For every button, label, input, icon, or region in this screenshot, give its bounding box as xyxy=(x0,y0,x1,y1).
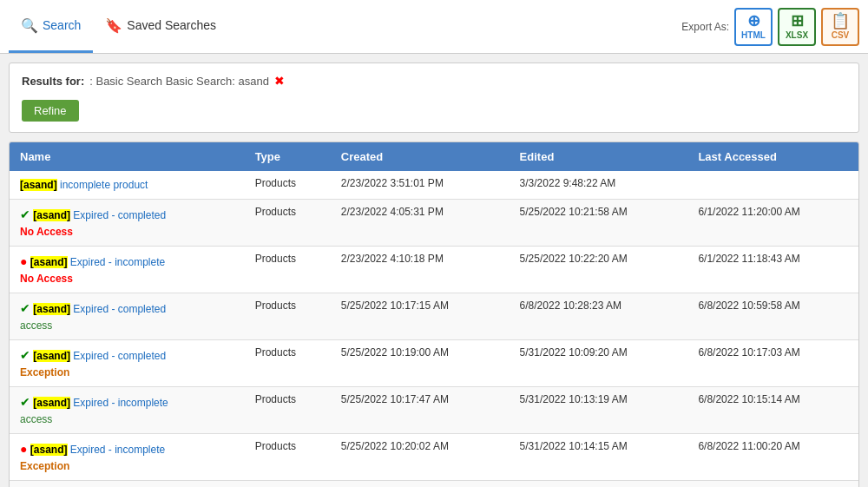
export-html-button[interactable]: ⊕ HTML xyxy=(734,8,773,46)
table-row: ✔ [asand] Expired - completedaccessProdu… xyxy=(10,293,858,340)
type-cell: Products xyxy=(245,387,331,434)
last-accessed-cell: 6/1/2022 11:20:00 AM xyxy=(687,200,858,247)
export-bar: Export As: ⊕ HTML ⊞ XLSX 📋 CSV xyxy=(681,0,859,53)
edited-cell: 5/31/2022 10:13:19 AM xyxy=(510,387,688,434)
main-content: Results for: : Basic Search Basic Search… xyxy=(9,63,859,133)
results-label: Results for: xyxy=(22,75,84,88)
sub-text: No Access xyxy=(20,226,73,238)
type-cell: Products xyxy=(245,200,331,247)
last-accessed-cell: 6/8/2022 10:17:03 AM xyxy=(687,340,858,387)
type-cell: Products xyxy=(245,293,331,340)
col-edited: Edited xyxy=(510,142,688,171)
name-link[interactable]: Expired - incomplete xyxy=(70,397,168,409)
xlsx-icon: ⊞ xyxy=(791,12,804,31)
results-filter-text: : Basic Search Basic Search: asand xyxy=(89,75,269,88)
results-section: Name Type Created Edited Last Accessed [… xyxy=(9,141,859,487)
name-cell: ✔ [asand] Expired - incompleteaccess xyxy=(10,387,245,434)
search-tab-icon: 🔍 xyxy=(21,17,38,34)
highlight-text: [asand] xyxy=(33,350,70,362)
status-icon: ✔ xyxy=(20,395,30,409)
type-cell: Products xyxy=(245,340,331,387)
name-cell: [asand] incomplete product xyxy=(10,171,245,200)
tab-saved-searches[interactable]: 🔖 Saved Searches xyxy=(93,0,228,53)
highlight-text: [asand] xyxy=(30,256,68,268)
edited-cell: 2/23/2022 3:51:46 PM xyxy=(510,481,688,488)
name-cell: ● [asand] incomplete asset xyxy=(10,481,245,488)
created-cell: 5/25/2022 10:19:00 AM xyxy=(331,340,510,387)
created-cell: 2/23/2022 3:51:34 PM xyxy=(331,481,510,488)
last-accessed-cell: 6/8/2022 10:59:58 AM xyxy=(687,293,858,340)
created-cell: 5/25/2022 10:17:15 AM xyxy=(331,293,510,340)
type-cell: Products xyxy=(245,247,331,293)
created-cell: 2/23/2022 3:51:01 PM xyxy=(331,171,510,200)
table-row: [asand] incomplete productProducts2/23/2… xyxy=(10,171,858,200)
last-accessed-cell xyxy=(687,481,858,488)
xlsx-label: XLSX xyxy=(786,30,808,41)
last-accessed-cell: 6/8/2022 11:00:20 AM xyxy=(687,434,858,481)
search-tab-label: Search xyxy=(43,18,81,32)
created-cell: 5/25/2022 10:17:47 AM xyxy=(331,387,510,434)
highlight-text: [asand] xyxy=(33,397,70,409)
highlight-text: [asand] xyxy=(20,179,57,191)
table-row: ● [asand] Expired - incompleteNo AccessP… xyxy=(10,247,858,293)
status-icon: ✔ xyxy=(20,348,30,362)
table-row: ● [asand] incomplete assetAsset2/23/2022… xyxy=(10,481,858,488)
last-accessed-cell: 6/8/2022 10:15:14 AM xyxy=(687,387,858,434)
html-icon: ⊕ xyxy=(747,12,760,31)
type-cell: Products xyxy=(245,434,331,481)
highlight-text: [asand] xyxy=(30,444,68,456)
remove-filter-button[interactable]: ✖ xyxy=(274,74,285,88)
name-cell: ● [asand] Expired - incompleteNo Access xyxy=(10,247,245,293)
created-cell: 2/23/2022 4:10:18 PM xyxy=(331,247,510,293)
sub-text: Exception xyxy=(20,366,69,378)
edited-cell: 5/25/2022 10:22:20 AM xyxy=(510,247,688,293)
edited-cell: 5/25/2022 10:21:58 AM xyxy=(510,200,688,247)
top-bar: 🔍 Search 🔖 Saved Searches Export As: ⊕ H… xyxy=(0,0,868,54)
name-link[interactable]: incomplete product xyxy=(57,179,148,191)
name-cell: ✔ [asand] Expired - completedaccess xyxy=(10,293,245,340)
table-row: ✔ [asand] Expired - completedExceptionPr… xyxy=(10,340,858,387)
status-icon: ● xyxy=(20,254,27,268)
col-name: Name xyxy=(10,142,245,171)
status-icon: ✔ xyxy=(20,301,30,315)
sub-text: Exception xyxy=(20,460,69,472)
results-table: Name Type Created Edited Last Accessed [… xyxy=(10,142,858,487)
results-bar: Results for: : Basic Search Basic Search… xyxy=(10,63,858,93)
sub-text: No Access xyxy=(20,273,73,285)
col-created: Created xyxy=(331,142,510,171)
edited-cell: 3/3/2022 9:48:22 AM xyxy=(510,171,688,200)
refine-button[interactable]: Refine xyxy=(22,100,79,122)
created-cell: 2/23/2022 4:05:31 PM xyxy=(331,200,510,247)
refine-area: Refine xyxy=(10,93,858,132)
col-type: Type xyxy=(245,142,331,171)
table-row: ✔ [asand] Expired - incompleteaccessProd… xyxy=(10,387,858,434)
table-header-row: Name Type Created Edited Last Accessed xyxy=(10,142,858,171)
highlight-text: [asand] xyxy=(33,303,70,315)
export-label: Export As: xyxy=(681,21,729,33)
saved-searches-tab-label: Saved Searches xyxy=(127,18,216,32)
col-last-accessed: Last Accessed xyxy=(687,142,858,171)
export-xlsx-button[interactable]: ⊞ XLSX xyxy=(778,8,816,46)
name-cell: ✔ [asand] Expired - completedException xyxy=(10,340,245,387)
status-icon: ● xyxy=(20,442,27,456)
name-cell: ● [asand] Expired - incompleteException xyxy=(10,434,245,481)
created-cell: 5/25/2022 10:20:02 AM xyxy=(331,434,510,481)
name-cell: ✔ [asand] Expired - completedNo Access xyxy=(10,200,245,247)
name-link[interactable]: Expired - incomplete xyxy=(68,256,166,268)
status-icon: ✔ xyxy=(20,207,30,221)
name-link[interactable]: Expired - completed xyxy=(70,209,166,221)
table-row: ✔ [asand] Expired - completedNo AccessPr… xyxy=(10,200,858,247)
csv-icon: 📋 xyxy=(831,12,850,31)
last-accessed-cell xyxy=(687,171,858,200)
tab-search[interactable]: 🔍 Search xyxy=(9,0,93,53)
sub-text: access xyxy=(20,413,52,425)
edited-cell: 6/8/2022 10:28:23 AM xyxy=(510,293,688,340)
name-link[interactable]: Expired - completed xyxy=(70,350,166,362)
name-link[interactable]: Expired - incomplete xyxy=(68,444,166,456)
html-label: HTML xyxy=(741,30,766,41)
highlight-text: [asand] xyxy=(33,209,70,221)
export-csv-button[interactable]: 📋 CSV xyxy=(821,8,859,46)
table-row: ● [asand] Expired - incompleteExceptionP… xyxy=(10,434,858,481)
type-cell: Products xyxy=(245,171,331,200)
name-link[interactable]: Expired - completed xyxy=(70,303,166,315)
